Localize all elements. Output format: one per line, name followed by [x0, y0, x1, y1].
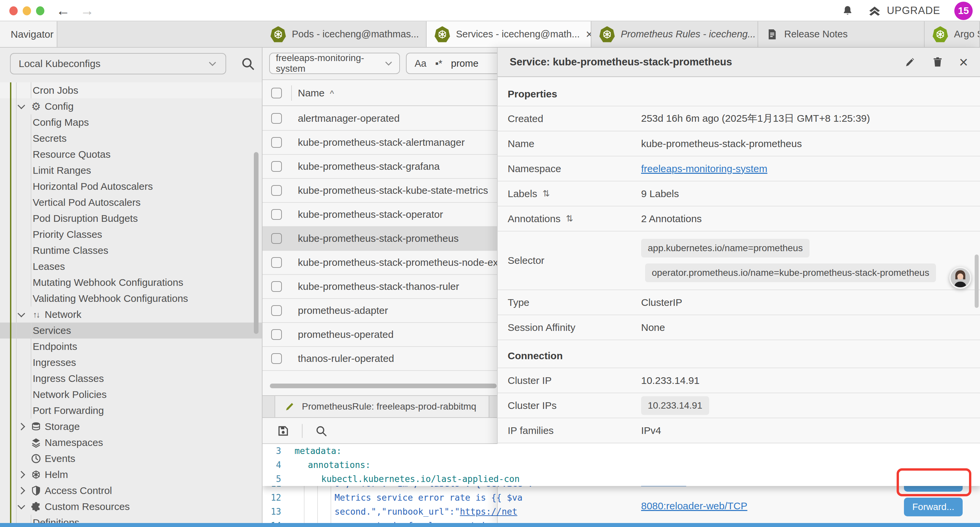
sidebar-item-port-forwarding[interactable]: Port Forwarding — [0, 403, 262, 419]
sidebar-item-services[interactable]: Services — [0, 323, 262, 339]
code-token[interactable]: https://net — [460, 507, 517, 517]
chevron-down-icon[interactable] — [18, 502, 25, 509]
row-checkbox[interactable] — [271, 281, 282, 292]
bell-icon[interactable] — [842, 5, 854, 17]
zoom-window-button[interactable] — [36, 6, 45, 15]
tab-label: Argo Se — [954, 29, 980, 40]
chevron-down-icon[interactable] — [18, 310, 25, 318]
namespaces-icon — [29, 436, 43, 449]
row-checkbox[interactable] — [271, 233, 282, 244]
sidebar-item-config-maps[interactable]: Config Maps — [0, 115, 262, 131]
row-checkbox[interactable] — [271, 329, 282, 340]
sidebar-item-runtime-classes[interactable]: Runtime Classes — [0, 242, 262, 258]
forward-icon[interactable]: → — [80, 1, 94, 21]
search-query-text: prome — [451, 58, 478, 69]
row-checkbox[interactable] — [271, 305, 282, 316]
namespace-link[interactable]: freeleaps-monitoring-system — [641, 163, 767, 174]
editor-search-icon[interactable] — [315, 424, 328, 438]
sidebar-item-validating-webhook-configurations[interactable]: Validating Webhook Configurations — [0, 291, 262, 307]
sidebar-item-network[interactable]: ↑↓Network — [0, 307, 262, 323]
name-column-header[interactable]: Name — [298, 88, 325, 99]
sidebar-item-mutating-webhook-configurations[interactable]: Mutating Webhook Configurations — [0, 274, 262, 291]
property-label: Cluster IPs — [508, 400, 641, 411]
minimize-window-button[interactable] — [23, 6, 31, 15]
notification-badge[interactable]: 15 — [954, 2, 973, 20]
sidebar-item-definitions[interactable]: Definitions — [0, 515, 262, 523]
app-tab-release-notes[interactable]: Release Notes — [758, 21, 924, 47]
sidebar-item-network-policies[interactable]: Network Policies — [0, 387, 262, 403]
sidebar-item-custom-resources[interactable]: Custom Resources — [0, 498, 262, 515]
row-checkbox[interactable] — [271, 209, 282, 220]
sidebar-item-resource-quotas[interactable]: Resource Quotas — [0, 146, 262, 162]
regex-toggle[interactable]: ▪* — [435, 58, 442, 69]
sidebar-item-leases[interactable]: Leases — [0, 258, 262, 274]
app-tab-services-icecheng-math[interactable]: Services - icecheng@math...× — [426, 21, 592, 47]
upgrade-button[interactable]: UPGRADE — [868, 4, 940, 18]
assistant-avatar[interactable] — [949, 267, 971, 289]
sidebar-item-pod-disruption-budgets[interactable]: Pod Disruption Budgets — [0, 210, 262, 226]
sidebar-item-limit-ranges[interactable]: Limit Ranges — [0, 162, 262, 178]
save-icon[interactable] — [277, 424, 290, 438]
sidebar-item-events[interactable]: Events — [0, 451, 262, 466]
chevron-right-icon[interactable] — [18, 487, 25, 495]
property-value: 2 Annotations — [641, 213, 702, 224]
tab-strip: Navigator Pods - icecheng@mathmas...Serv… — [0, 21, 980, 48]
sidebar-search-icon[interactable] — [240, 56, 255, 71]
case-sensitive-toggle[interactable]: Aa — [415, 58, 426, 69]
line-number: 5 — [262, 474, 291, 484]
edit-pencil-icon[interactable] — [904, 56, 916, 68]
sidebar-item-vertical-pod-autoscalers[interactable]: Vertical Pod Autoscalers — [0, 194, 262, 210]
horizontal-scrollbar[interactable] — [270, 384, 497, 388]
row-checkbox[interactable] — [271, 137, 282, 148]
row-checkbox[interactable] — [271, 113, 282, 124]
expand-toggle-icon[interactable]: ⇅ — [542, 188, 550, 199]
sidebar-item-helm[interactable]: Helm — [0, 466, 262, 482]
panel-title: Service: kube-prometheus-stack-prometheu… — [510, 56, 732, 68]
sort-asc-icon[interactable]: ^ — [330, 89, 334, 99]
sidebar-item-ingress-classes[interactable]: Ingress Classes — [0, 371, 262, 387]
app-tab-pods-icecheng-mathmas[interactable]: Pods - icecheng@mathmas... — [262, 21, 426, 47]
sidebar-item-config[interactable]: ⚙Config — [0, 99, 262, 115]
sidebar-item-priority-classes[interactable]: Priority Classes — [0, 226, 262, 242]
sidebar-item-storage[interactable]: Storage — [0, 419, 262, 435]
yaml-editor[interactable]: 110", "for": "1m", "labels": {"service":… — [262, 443, 980, 523]
sidebar-item-access-control[interactable]: Access Control — [0, 482, 262, 498]
section-heading-properties: Properties — [498, 78, 980, 106]
row-checkbox[interactable] — [271, 161, 282, 172]
sidebar-item-namespaces[interactable]: Namespaces — [0, 435, 262, 451]
sidebar-item-horizontal-pod-autoscalers[interactable]: Horizontal Pod Autoscalers — [0, 178, 262, 194]
forward-annotation-box — [897, 468, 971, 496]
chevron-down-icon[interactable] — [18, 102, 25, 110]
row-checkbox[interactable] — [271, 185, 282, 196]
navigator-panel-tab[interactable]: Navigator — [0, 21, 57, 47]
back-icon[interactable]: ← — [56, 1, 70, 21]
service-name: kube-prometheus-stack-alertmanager — [298, 137, 465, 148]
sidebar-item-cron-jobs[interactable]: Cron Jobs — [0, 83, 262, 99]
row-checkbox[interactable] — [271, 257, 282, 268]
app-tab-argo-se[interactable]: Argo Se — [924, 21, 980, 47]
kubeconfig-dropdown[interactable]: Local Kubeconfigs — [10, 53, 226, 74]
sidebar-item-endpoints[interactable]: Endpoints — [0, 339, 262, 355]
select-all-checkbox[interactable] — [271, 88, 282, 99]
row-checkbox[interactable] — [271, 353, 282, 364]
sidebar-item-secrets[interactable]: Secrets — [0, 131, 262, 146]
sidebar-item-ingresses[interactable]: Ingresses — [0, 355, 262, 371]
expand-toggle-icon[interactable]: ⇅ — [566, 213, 573, 224]
property-label-text: Name — [508, 138, 535, 150]
sidebar-scrollbar[interactable] — [254, 152, 259, 334]
namespace-dropdown[interactable]: freeleaps-monitoring-system — [269, 53, 400, 74]
close-window-button[interactable] — [10, 6, 18, 15]
close-icon[interactable]: × — [959, 54, 968, 70]
close-icon[interactable]: × — [586, 29, 592, 40]
property-label: Type — [508, 297, 641, 308]
editor-tab-prometheusrule-freeleaps-prod-rabbitmq[interactable]: PrometheusRule: freeleaps-prod-rabbitmq — [275, 396, 489, 417]
column-divider — [291, 85, 292, 101]
property-value: IPv4 — [641, 425, 661, 436]
upgrade-label: UPGRADE — [887, 5, 940, 17]
helm-icon — [29, 468, 43, 481]
panel-scrollbar[interactable] — [975, 255, 978, 308]
app-tab-prometheus-rules-icecheng[interactable]: Prometheus Rules - icecheng... — [592, 21, 758, 47]
delete-trash-icon[interactable] — [932, 56, 943, 68]
chevron-right-icon[interactable] — [18, 423, 25, 431]
chevron-right-icon[interactable] — [18, 471, 25, 479]
